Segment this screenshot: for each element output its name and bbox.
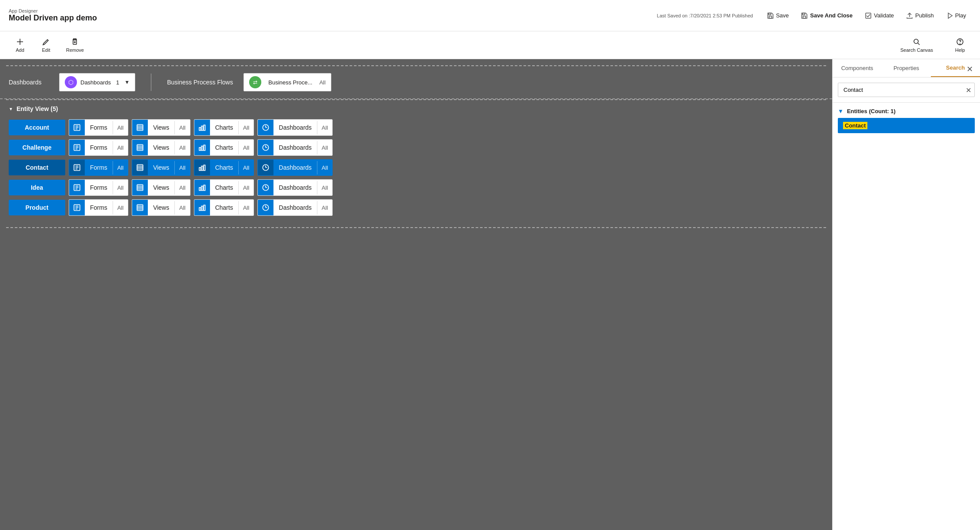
component-pill-charts-idea[interactable]: ChartsAll: [194, 179, 254, 196]
component-pill-charts-challenge[interactable]: ChartsAll: [194, 139, 254, 156]
component-pill-all-dashboards: All: [317, 201, 332, 215]
validate-button[interactable]: Validate: [860, 10, 899, 22]
entities-header[interactable]: ▼ Entities (Count: 1): [838, 108, 975, 114]
entity-name-challenge[interactable]: Challenge: [9, 140, 65, 155]
svg-rect-61: [201, 186, 203, 191]
component-pill-text-charts: Charts: [210, 201, 238, 215]
component-pill-all-charts: All: [238, 141, 253, 154]
component-pill-all-forms: All: [113, 161, 128, 174]
entity-row: ChallengeFormsAllViewsAllChartsAllDashbo…: [9, 139, 823, 156]
canvas-area[interactable]: Dashboards ⬡ Dashboards 1 ▼ Business Pro…: [0, 59, 832, 530]
tab-properties[interactable]: Properties: [882, 59, 931, 77]
component-pill-charts-account[interactable]: ChartsAll: [194, 119, 254, 136]
component-pill-views-product[interactable]: ViewsAll: [132, 199, 190, 216]
svg-rect-60: [199, 188, 200, 191]
edit-button[interactable]: Edit: [33, 35, 59, 55]
component-pill-forms-challenge[interactable]: FormsAll: [69, 139, 128, 156]
forms-icon: [69, 160, 85, 175]
component-pill-charts-contact[interactable]: ChartsAll: [194, 159, 254, 176]
component-pill-text-dashboards: Dashboards: [273, 161, 317, 174]
svg-rect-3: [803, 13, 805, 15]
component-pill-dashboards-account[interactable]: DashboardsAll: [257, 119, 333, 136]
component-pill-dashboards-challenge[interactable]: DashboardsAll: [257, 139, 333, 156]
add-label: Add: [16, 47, 24, 53]
component-pill-dashboards-product[interactable]: DashboardsAll: [257, 199, 333, 216]
entities-header-text: Entities (Count: 1): [847, 108, 896, 114]
play-button[interactable]: Play: [941, 10, 971, 22]
component-pill-dashboards-idea[interactable]: DashboardsAll: [257, 179, 333, 196]
search-canvas-button[interactable]: Search Canvas: [893, 35, 940, 55]
save-and-close-button[interactable]: Save And Close: [796, 10, 858, 22]
component-pill-all-charts: All: [238, 121, 253, 134]
help-button[interactable]: Help: [947, 35, 973, 55]
panel-tabs: Components Properties Search ✕: [833, 59, 980, 77]
dashboards-pill[interactable]: ⬡ Dashboards 1 ▼: [59, 73, 135, 91]
dashboard-pill-count: 1: [116, 79, 119, 86]
add-icon: [16, 37, 24, 46]
svg-rect-2: [803, 16, 806, 18]
entity-name-account[interactable]: Account: [9, 120, 65, 135]
component-pill-views-contact[interactable]: ViewsAll: [132, 159, 190, 176]
component-pill-views-idea[interactable]: ViewsAll: [132, 179, 190, 196]
component-pill-forms-product[interactable]: FormsAll: [69, 199, 128, 216]
component-pill-text-forms: Forms: [85, 141, 113, 154]
svg-rect-37: [201, 146, 203, 151]
save-close-icon: [801, 12, 808, 19]
app-designer-label: App Designer: [9, 8, 97, 13]
component-pill-views-account[interactable]: ViewsAll: [132, 119, 190, 136]
component-pill-views-challenge[interactable]: ViewsAll: [132, 139, 190, 156]
component-pill-all-dashboards: All: [317, 181, 332, 195]
component-pill-text-views: Views: [148, 161, 174, 174]
app-info: App Designer Model Driven app demo: [9, 8, 97, 23]
component-pill-text-dashboards: Dashboards: [273, 141, 317, 154]
views-icon: [132, 160, 148, 175]
component-pill-all-forms: All: [113, 181, 128, 195]
entity-name-product[interactable]: Product: [9, 200, 65, 215]
views-icon: [132, 120, 148, 135]
dashboards-icon: [258, 120, 273, 135]
dashboards-label: Dashboards: [9, 79, 52, 86]
dropdown-arrow-icon: ▼: [124, 79, 130, 85]
save-button[interactable]: Save: [762, 10, 794, 22]
bottom-dashed-border: [6, 227, 826, 228]
entity-result-item[interactable]: Contact: [838, 118, 975, 133]
app-title: Model Driven app demo: [9, 13, 97, 23]
tab-components[interactable]: Components: [833, 59, 882, 77]
component-pill-charts-product[interactable]: ChartsAll: [194, 199, 254, 216]
dashboards-row: Dashboards ⬡ Dashboards 1 ▼ Business Pro…: [0, 66, 832, 99]
remove-button[interactable]: Remove: [59, 35, 91, 55]
help-icon: [956, 37, 964, 46]
panel-close-button[interactable]: ✕: [963, 63, 977, 76]
component-pill-all-forms: All: [113, 121, 128, 134]
svg-rect-0: [769, 16, 772, 18]
publish-button[interactable]: Publish: [901, 10, 939, 22]
component-pill-forms-account[interactable]: FormsAll: [69, 119, 128, 136]
entity-view-header[interactable]: ▼ Entity View (5): [9, 105, 823, 112]
component-pill-text-charts: Charts: [210, 141, 238, 154]
component-pill-all-charts: All: [238, 201, 253, 215]
search-input[interactable]: [838, 83, 975, 97]
component-pill-forms-contact[interactable]: FormsAll: [69, 159, 128, 176]
search-canvas-icon: [912, 37, 921, 46]
save-and-close-label: Save And Close: [810, 12, 853, 19]
entity-name-contact[interactable]: Contact: [9, 160, 65, 175]
views-icon: [132, 140, 148, 155]
charts-icon: [194, 140, 210, 155]
bpf-pill[interactable]: ⇄ Business Proce... All: [243, 73, 331, 91]
main-layout: Dashboards ⬡ Dashboards 1 ▼ Business Pro…: [0, 59, 980, 530]
component-pill-text-views: Views: [148, 201, 174, 215]
add-button[interactable]: Add: [7, 35, 33, 55]
charts-icon: [194, 200, 210, 215]
component-pill-dashboards-contact[interactable]: DashboardsAll: [257, 159, 333, 176]
component-pill-forms-idea[interactable]: FormsAll: [69, 179, 128, 196]
panel-search-bar: ✕: [833, 77, 980, 103]
search-clear-button[interactable]: ✕: [966, 86, 971, 94]
save-label: Save: [776, 12, 789, 19]
views-icon: [132, 180, 148, 195]
views-icon: [132, 200, 148, 215]
entity-name-idea[interactable]: Idea: [9, 180, 65, 195]
entity-view-section: ▼ Entity View (5) AccountFormsAllViewsAl…: [0, 100, 832, 221]
forms-icon: [69, 140, 85, 155]
component-pill-all-charts: All: [238, 181, 253, 195]
component-pill-text-forms: Forms: [85, 121, 113, 134]
